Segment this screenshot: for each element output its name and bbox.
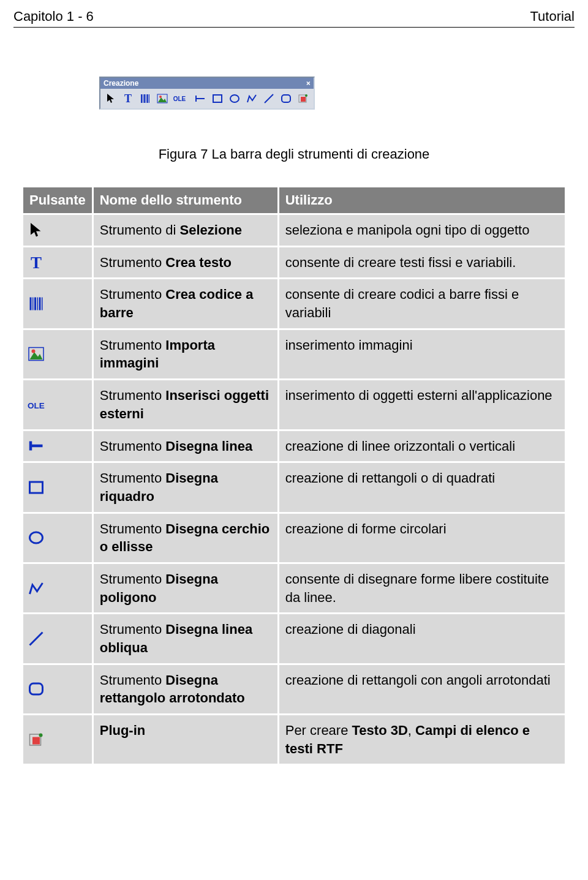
close-icon[interactable]: × (306, 79, 311, 88)
select-icon (23, 215, 92, 246)
tool-name-plain: Strumento (100, 388, 166, 403)
tool-usage-cell: seleziona e manipola ogni tipo di oggett… (279, 215, 565, 246)
tool-name-cell: Strumento Disegna poligono (94, 564, 277, 612)
tb-select-button[interactable] (102, 91, 119, 107)
svg-rect-16 (282, 95, 290, 102)
tool-name-cell: Strumento Disegna rettangolo arrotondato (94, 665, 277, 713)
tool-name-plain: Strumento (100, 438, 166, 454)
tool-usage-cell: Per creare Testo 3D, Campi di elenco e t… (279, 715, 565, 764)
svg-line-15 (265, 94, 273, 103)
tb-hline-button[interactable] (192, 91, 209, 107)
th-pulsante: Pulsante (23, 187, 92, 213)
svg-point-28 (32, 350, 36, 353)
tool-name-cell: Strumento Disegna riquadro (94, 463, 277, 511)
tool-name-cell: Strumento Crea codice a barre (94, 279, 277, 328)
tool-name-plain: Strumento (100, 255, 166, 270)
tools-table: Pulsante Nome dello strumento Utilizzo S… (21, 186, 567, 765)
text-icon: T (23, 247, 92, 278)
svg-rect-24 (39, 298, 41, 310)
tool-usage-text: consente di disegnare forme libere costi… (285, 571, 549, 605)
tb-plugin-button[interactable] (295, 91, 312, 107)
tb-barcode-button[interactable] (137, 91, 154, 107)
tool-usage-text: creazione di rettangoli con angoli arrot… (285, 672, 551, 688)
table-row: Strumento Disegna riquadrocreazione di r… (23, 463, 565, 511)
table-row: TStrumento Crea testoconsente di creare … (23, 247, 565, 278)
image-icon (23, 330, 92, 378)
toolbar-title-text: Creazione (104, 79, 138, 88)
tb-text-button[interactable]: T (119, 91, 137, 107)
tool-name-plain: Strumento (100, 470, 166, 486)
tb-roundrect-button[interactable] (277, 91, 295, 107)
tb-circle-button[interactable] (226, 91, 243, 107)
tool-usage-cell: creazione di linee orizzontali o vertica… (279, 431, 565, 462)
tool-usage-text: creazione di linee orizzontali o vertica… (285, 438, 515, 454)
svg-point-18 (305, 94, 307, 97)
tool-usage-cell: consente di creare testi fissi e variabi… (279, 247, 565, 278)
header-right: Tutorial (530, 9, 575, 24)
svg-rect-20 (30, 298, 32, 310)
svg-point-14 (230, 95, 239, 102)
tb-diagonal-button[interactable] (260, 91, 277, 107)
tool-name-cell: Strumento Disegna linea (94, 431, 277, 462)
polygon-icon (23, 564, 92, 612)
tool-usage-text: creazione di forme circolari (285, 521, 447, 536)
tool-name-cell: Strumento Disegna cerchio o ellisse (94, 514, 277, 562)
tool-usage-cell: creazione di rettangoli con angoli arrot… (279, 665, 565, 713)
plugin-icon (23, 715, 92, 764)
toolbar-creazione: Creazione × T OLE (99, 77, 315, 110)
header-left: Capitolo 1 - 6 (13, 9, 94, 24)
tool-usage-cell: creazione di diagonali (279, 614, 565, 663)
table-row: Strumento Disegna cerchio o ellissecreaz… (23, 514, 565, 562)
tool-usage-text: seleziona e manipola ogni tipo di oggett… (285, 222, 530, 238)
th-utilizzo: Utilizzo (279, 187, 565, 213)
svg-text:T: T (124, 92, 132, 105)
svg-rect-3 (144, 94, 145, 103)
svg-marker-27 (30, 352, 43, 359)
svg-rect-6 (149, 94, 149, 103)
svg-text:OLE: OLE (173, 96, 186, 102)
table-row: Plug-inPer creare Testo 3D, Campi di ele… (23, 715, 565, 764)
table-row: OLEStrumento Inserisci oggetti esterniin… (23, 380, 565, 429)
page-header: Capitolo 1 - 6 Tutorial (13, 9, 575, 24)
rect-icon (23, 463, 92, 511)
tool-usage-text: creazione di diagonali (285, 622, 416, 637)
figure-caption: Figura 7 La barra degli strumenti di cre… (13, 146, 575, 162)
tool-usage-mid: , (408, 723, 415, 738)
table-row: Strumento Disegna lineacreazione di line… (23, 431, 565, 462)
th-nome: Nome dello strumento (94, 187, 277, 213)
svg-rect-13 (213, 95, 222, 102)
tool-usage-bold1: Testo 3D (352, 723, 408, 738)
svg-rect-1 (141, 94, 142, 103)
tb-image-button[interactable] (154, 91, 171, 107)
tool-usage-text: inserimento di oggetti esterni all'appli… (285, 388, 552, 403)
svg-rect-4 (146, 94, 146, 103)
svg-rect-5 (147, 94, 148, 103)
tb-polygon-button[interactable] (243, 91, 260, 107)
tool-usage-text: inserimento immagini (285, 337, 413, 353)
svg-point-33 (30, 532, 43, 543)
tool-name-plain: Strumento (100, 571, 166, 587)
svg-line-34 (30, 633, 43, 645)
tool-usage-cell: inserimento immagini (279, 330, 565, 378)
tool-usage-cell: consente di creare codici a barre fissi … (279, 279, 565, 328)
table-row: Strumento Disegna rettangolo arrotondato… (23, 665, 565, 713)
tool-name-cell: Strumento Inserisci oggetti esterni (94, 380, 277, 429)
tool-name-bold: Crea testo (165, 255, 232, 270)
svg-rect-22 (34, 298, 36, 310)
svg-rect-32 (30, 482, 43, 493)
tb-ole-button[interactable]: OLE (171, 91, 188, 107)
table-row: Strumento Crea codice a barreconsente di… (23, 279, 565, 328)
hline-icon (23, 431, 92, 462)
tool-usage-text: consente di creare testi fissi e variabi… (285, 255, 516, 270)
svg-text:OLE: OLE (28, 401, 45, 410)
tool-name-cell: Strumento Importa immagini (94, 330, 277, 378)
tb-rect-button[interactable] (209, 91, 226, 107)
tool-name-cell: Plug-in (94, 715, 277, 764)
barcode-icon (23, 279, 92, 328)
tool-usage-pre: Per creare (285, 723, 352, 738)
ole-icon: OLE (23, 380, 92, 429)
svg-rect-2 (143, 94, 143, 103)
circle-icon (23, 514, 92, 562)
svg-marker-8 (158, 97, 167, 102)
tool-name-plain: Strumento (100, 287, 166, 302)
